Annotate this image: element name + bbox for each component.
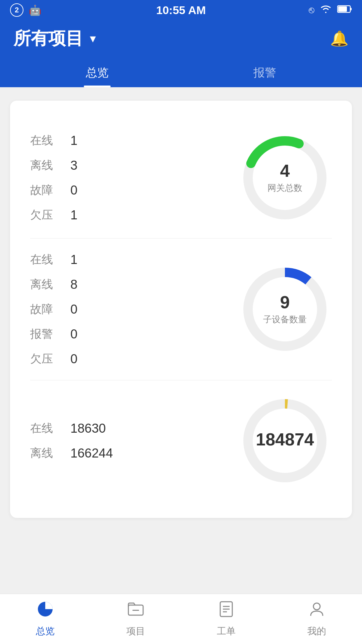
stat-row: 离线 8: [30, 277, 77, 292]
meter-section: 在线 18630 离线 166244 184874: [30, 380, 332, 501]
title-group[interactable]: 所有项目 ▾: [13, 27, 96, 50]
nav-project[interactable]: 项目: [90, 600, 181, 638]
bluetooth-icon: ⎋: [309, 5, 314, 15]
svg-rect-1: [350, 8, 352, 10]
meter-total: 184874: [256, 431, 314, 448]
nav-overview[interactable]: 总览: [0, 600, 90, 638]
stat-value-fault2: 0: [70, 302, 77, 317]
nav-label-mine: 我的: [307, 625, 326, 638]
tab-alarm[interactable]: 报警: [181, 58, 349, 87]
stat-value-online2: 1: [70, 253, 77, 267]
nav-workorder[interactable]: 工单: [181, 600, 272, 638]
stat-row: 在线 1: [30, 133, 77, 148]
status-time: 10:55 AM: [156, 4, 206, 17]
subdevice-stats: 在线 1 离线 8 故障 0 报警 0 欠压 0: [30, 252, 77, 367]
summary-card: 在线 1 离线 3 故障 0 欠压 1: [10, 101, 352, 518]
wifi-icon: [320, 4, 332, 16]
stat-label-offline1: 离线: [30, 158, 57, 173]
status-bar: 2 🤖 10:55 AM ⎋: [0, 0, 362, 20]
stat-value-fault1: 0: [70, 183, 77, 198]
stat-row: 欠压 1: [30, 207, 77, 223]
gateway-total: 4: [267, 162, 302, 179]
stat-label-fault1: 故障: [30, 182, 57, 198]
stat-row: 报警 0: [30, 326, 77, 342]
stat-label-online1: 在线: [30, 133, 57, 148]
stat-value-online1: 1: [70, 133, 77, 148]
subdevice-label: 子设备数量: [263, 314, 307, 325]
stat-label-undervolt2: 欠压: [30, 351, 57, 367]
subdevice-donut-center: 9 子设备数量: [263, 293, 307, 325]
bottom-nav: 总览 项目 工单 我的: [0, 594, 362, 644]
stat-value-offline2: 8: [70, 277, 77, 292]
stat-row: 欠压 0: [30, 351, 77, 367]
stat-value-offline1: 3: [70, 158, 77, 173]
subdevice-donut: 9 子设备数量: [238, 262, 332, 356]
folder-icon: [127, 600, 144, 622]
svg-point-16: [313, 603, 320, 610]
header-title-row: 所有项目 ▾ 🔔: [13, 27, 349, 58]
stat-row: 在线 18630: [30, 421, 113, 436]
nav-label-overview: 总览: [36, 625, 55, 638]
stat-value-online3: 18630: [70, 421, 106, 436]
gateway-stats: 在线 1 离线 3 故障 0 欠压 1: [30, 133, 77, 223]
gateway-donut-center: 4 网关总数: [267, 162, 302, 194]
tab-overview[interactable]: 总览: [13, 58, 181, 87]
meter-stats: 在线 18630 离线 166244: [30, 421, 113, 461]
pie-icon: [37, 600, 54, 622]
stat-row: 故障 0: [30, 182, 77, 198]
page-title: 所有项目: [13, 27, 83, 50]
gateway-donut: 4 网关总数: [238, 131, 332, 225]
stat-label-offline3: 离线: [30, 445, 57, 461]
nav-label-project: 项目: [126, 625, 145, 638]
stat-row: 离线 3: [30, 158, 77, 173]
doc-icon: [218, 600, 235, 622]
dropdown-icon[interactable]: ▾: [90, 32, 96, 46]
stat-label-online2: 在线: [30, 252, 57, 267]
svg-rect-2: [338, 6, 347, 12]
bell-icon[interactable]: 🔔: [330, 30, 349, 47]
svg-rect-11: [132, 610, 139, 611]
battery-icon: [337, 5, 352, 16]
main-content: 在线 1 离线 3 故障 0 欠压 1: [0, 87, 362, 614]
stat-value-undervolt1: 1: [70, 208, 77, 222]
meter-donut: 184874: [238, 394, 332, 488]
status-left: 2 🤖: [10, 3, 41, 17]
nav-label-workorder: 工单: [217, 625, 236, 638]
nav-mine[interactable]: 我的: [272, 600, 362, 638]
gateway-section: 在线 1 离线 3 故障 0 欠压 1: [30, 117, 332, 238]
person-icon: [308, 600, 325, 622]
android-icon: 🤖: [29, 4, 41, 16]
gateway-label: 网关总数: [267, 182, 302, 194]
stat-value-undervolt2: 0: [70, 352, 77, 366]
stat-label-fault2: 故障: [30, 302, 57, 317]
stat-row: 在线 1: [30, 252, 77, 267]
stat-label-online3: 在线: [30, 421, 57, 436]
header: 所有项目 ▾ 🔔 总览 报警: [0, 20, 362, 87]
stat-value-offline3: 166244: [70, 446, 113, 461]
stat-value-alarm2: 0: [70, 327, 77, 341]
meter-donut-center: 184874: [256, 431, 314, 451]
subdevice-section: 在线 1 离线 8 故障 0 报警 0 欠压 0: [30, 238, 332, 380]
stat-row: 离线 166244: [30, 445, 113, 461]
stat-label-offline2: 离线: [30, 277, 57, 292]
status-right: ⎋: [309, 4, 352, 16]
stat-label-undervolt1: 欠压: [30, 207, 57, 223]
stat-row: 故障 0: [30, 302, 77, 317]
subdevice-total: 9: [263, 293, 307, 311]
stat-label-alarm2: 报警: [30, 326, 57, 342]
tab-bar: 总览 报警: [13, 58, 349, 87]
notification-badge: 2: [10, 3, 23, 17]
